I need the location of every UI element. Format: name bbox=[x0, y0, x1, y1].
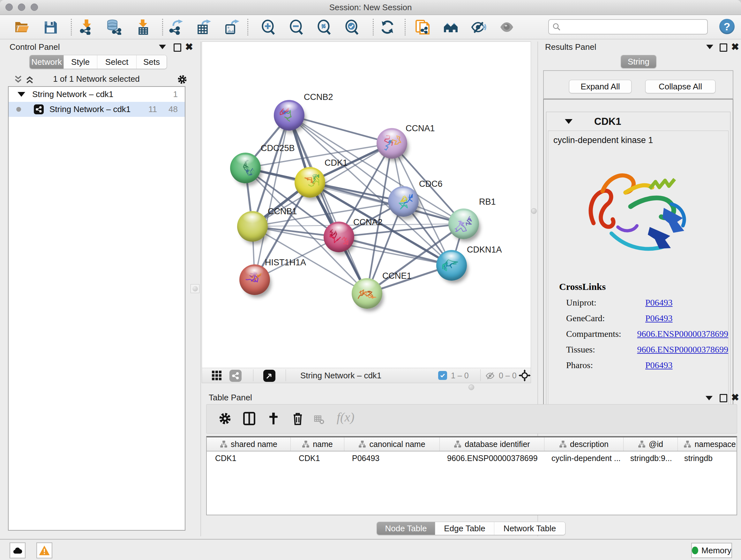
zoom-out-icon[interactable] bbox=[287, 18, 306, 36]
network-node-hist1h1a[interactable] bbox=[239, 264, 270, 295]
tab-style[interactable]: Style bbox=[64, 55, 97, 69]
hidden-eye-icon[interactable] bbox=[485, 371, 495, 381]
crosslink-value-link[interactable]: 9606.ENSP00000378699 bbox=[637, 345, 728, 355]
panel-float-icon[interactable] bbox=[720, 44, 727, 52]
bottom-splitter-handle[interactable] bbox=[468, 384, 474, 390]
network-node-ccnb2[interactable] bbox=[274, 100, 305, 131]
network-row[interactable]: String Network – cdk1 11 48 bbox=[9, 102, 185, 117]
open-file-icon[interactable] bbox=[13, 18, 30, 36]
import-network-from-database-icon[interactable] bbox=[105, 18, 123, 36]
fit-selected-icon[interactable] bbox=[519, 369, 531, 381]
help-icon[interactable]: ? bbox=[719, 19, 735, 34]
import-network-icon[interactable] bbox=[77, 18, 95, 36]
column-header-id[interactable]: @id bbox=[623, 437, 678, 451]
tab-sets[interactable]: Sets bbox=[136, 55, 166, 69]
panel-close-icon[interactable]: ✖ bbox=[185, 42, 193, 52]
right-splitter-handle[interactable] bbox=[531, 208, 537, 214]
show-all-icon[interactable] bbox=[498, 18, 516, 36]
panel-menu-icon[interactable] bbox=[705, 396, 713, 400]
export-network-icon[interactable] bbox=[167, 18, 185, 36]
table-cell[interactable]: CDK1 bbox=[290, 451, 344, 465]
protein-ribbon bbox=[342, 237, 348, 245]
column-header-name[interactable]: name bbox=[291, 437, 344, 451]
table-cell[interactable]: stringdb:9... bbox=[622, 451, 676, 465]
tab-edge-table[interactable]: Edge Table bbox=[435, 522, 494, 535]
column-header-canonicalname[interactable]: canonical name bbox=[344, 437, 440, 451]
import-table-icon[interactable] bbox=[134, 18, 151, 36]
network-node-cdk1[interactable] bbox=[294, 167, 325, 198]
network-node-cdc6[interactable] bbox=[388, 186, 419, 217]
column-header-sharedname[interactable]: shared name bbox=[207, 437, 291, 451]
table-cell[interactable]: CDK1 bbox=[207, 451, 290, 465]
collection-count: 1 bbox=[173, 89, 178, 99]
network-node-ccnb1[interactable] bbox=[237, 211, 268, 242]
left-splitter[interactable] bbox=[200, 42, 201, 537]
panel-close-icon[interactable]: ✖ bbox=[731, 393, 739, 402]
search-input[interactable] bbox=[563, 20, 705, 33]
grid-view-icon[interactable] bbox=[211, 370, 222, 381]
gear-icon[interactable] bbox=[218, 412, 232, 426]
zoom-fit-icon[interactable] bbox=[315, 18, 333, 36]
save-session-icon[interactable] bbox=[42, 18, 59, 36]
gear-icon[interactable] bbox=[177, 74, 188, 85]
collapse-entry-icon[interactable] bbox=[565, 119, 572, 124]
table-cell[interactable]: 9606.ENSP00000378699 bbox=[439, 451, 543, 465]
network-edge[interactable] bbox=[255, 115, 289, 280]
network-edge[interactable] bbox=[339, 237, 452, 265]
collapse-arrow-icon[interactable] bbox=[17, 92, 25, 97]
table-cell[interactable]: cyclin-dependent ... bbox=[543, 451, 622, 465]
column-header-description[interactable]: description bbox=[544, 437, 623, 451]
network-node-ccna1[interactable] bbox=[377, 128, 407, 159]
show-columns-icon[interactable] bbox=[242, 412, 256, 426]
selected-checkbox-icon[interactable] bbox=[438, 371, 447, 380]
hide-selected-icon[interactable] bbox=[470, 18, 488, 36]
network-view-canvas[interactable]: CCNB2CCNA1CDC25BCDK1CDC6RB1CCNB1CCNA2CDK… bbox=[202, 42, 531, 368]
network-collection-row[interactable]: String Network – cdk1 1 bbox=[9, 87, 185, 102]
network-node-cdkn1a[interactable] bbox=[436, 250, 467, 281]
network-node-rb1[interactable] bbox=[448, 208, 479, 239]
panel-float-icon[interactable] bbox=[174, 44, 181, 52]
add-column-icon[interactable] bbox=[266, 412, 280, 426]
tab-string[interactable]: String bbox=[621, 55, 656, 68]
tab-node-table[interactable]: Node Table bbox=[377, 522, 435, 535]
panel-menu-icon[interactable] bbox=[159, 45, 166, 49]
column-header-namespace[interactable]: namespace bbox=[678, 437, 737, 451]
network-node-cdc25b[interactable] bbox=[230, 152, 261, 183]
panel-float-icon[interactable] bbox=[720, 394, 727, 402]
column-header-databaseidentifier[interactable]: database identifier bbox=[440, 437, 544, 451]
export-image-icon[interactable] bbox=[223, 18, 241, 36]
tab-network[interactable]: Network bbox=[30, 55, 64, 69]
table-cell[interactable]: P06493 bbox=[344, 451, 439, 465]
birds-eye-view-icon[interactable] bbox=[263, 370, 275, 382]
protein-ribbon bbox=[456, 221, 464, 229]
clone-network-icon[interactable] bbox=[414, 18, 431, 36]
expand-all-button[interactable]: Expand All bbox=[569, 80, 631, 93]
cloud-button[interactable] bbox=[10, 543, 25, 558]
delete-column-icon[interactable] bbox=[291, 412, 305, 426]
zoom-in-icon[interactable] bbox=[259, 18, 277, 36]
export-table-icon[interactable] bbox=[195, 18, 212, 36]
table-row[interactable]: CDK1CDK1P064939606.ENSP00000378699cyclin… bbox=[207, 451, 737, 465]
crosslink-value-link[interactable]: P06493 bbox=[645, 298, 673, 308]
crosslink-value-link[interactable]: P06493 bbox=[645, 313, 673, 323]
memory-button[interactable]: Memory bbox=[691, 543, 732, 558]
crosslink-value-link[interactable]: P06493 bbox=[645, 360, 673, 370]
panel-close-icon[interactable]: ✖ bbox=[731, 42, 739, 52]
tab-network-table[interactable]: Network Table bbox=[494, 522, 565, 535]
toolbar-separator bbox=[286, 369, 286, 381]
node-table: shared namenamecanonical namedatabase id… bbox=[206, 436, 737, 515]
refresh-icon[interactable] bbox=[379, 18, 396, 36]
zoom-selected-icon[interactable] bbox=[343, 18, 361, 36]
left-splitter-handle[interactable] bbox=[191, 284, 199, 293]
panel-menu-icon[interactable] bbox=[706, 45, 713, 49]
tab-select[interactable]: Select bbox=[97, 55, 136, 69]
collapse-all-button[interactable]: Collapse All bbox=[645, 80, 716, 93]
network-node-ccna2[interactable] bbox=[324, 222, 354, 252]
table-cell[interactable]: stringdb bbox=[676, 451, 737, 465]
crosslink-value-link[interactable]: 9606.ENSP00000378699 bbox=[637, 329, 728, 339]
warnings-button[interactable] bbox=[37, 543, 52, 558]
network-node-ccne1[interactable] bbox=[352, 278, 382, 309]
first-neighbors-icon[interactable] bbox=[442, 18, 460, 36]
network-view-icon[interactable] bbox=[229, 370, 242, 382]
result-entry-header[interactable]: CDK1 bbox=[546, 112, 730, 131]
